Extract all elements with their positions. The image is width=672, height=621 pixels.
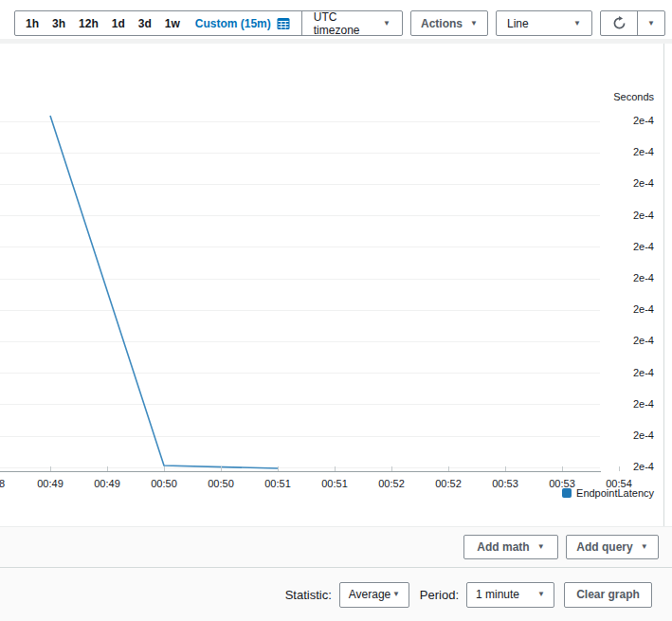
x-tick-mark <box>278 466 279 471</box>
actions-label: Actions <box>421 17 463 30</box>
x-tick-label: 00:50 <box>151 478 177 489</box>
actions-button[interactable]: Actions ▼ <box>410 10 488 36</box>
legend-series-label: EndpointLatency <box>576 487 654 499</box>
x-tick-label: 8 <box>0 478 5 489</box>
x-tick-mark <box>448 466 449 471</box>
chevron-down-icon: ▼ <box>537 591 545 598</box>
series-line-EndpointLatency <box>50 116 278 468</box>
custom-range-button[interactable]: Custom (15m) <box>187 11 296 35</box>
legend-color-swatch <box>562 488 572 498</box>
refresh-icon <box>611 15 627 31</box>
x-tick-label: 00:52 <box>435 478 462 489</box>
time-range-button-1w[interactable]: 1w <box>158 11 187 35</box>
metric-graph-panel: 1h3h12h1d3d1w Custom (15m) UTC timezone … <box>0 0 672 621</box>
add-query-button[interactable]: Add query ▼ <box>566 535 659 559</box>
refresh-options-button[interactable]: ▼ <box>637 11 664 35</box>
metric-line-chart[interactable] <box>0 44 663 526</box>
add-math-label: Add math <box>477 540 529 554</box>
chart-toolbar: 1h3h12h1d3d1w Custom (15m) UTC timezone … <box>14 10 665 36</box>
time-range-button-3h[interactable]: 3h <box>45 11 72 35</box>
chevron-down-icon: ▼ <box>641 543 648 551</box>
time-range-group: 1h3h12h1d3d1w Custom (15m) UTC timezone … <box>14 10 403 36</box>
time-range-button-3d[interactable]: 3d <box>132 11 158 35</box>
chevron-down-icon: ▼ <box>392 591 400 598</box>
time-range-button-1h[interactable]: 1h <box>19 11 45 35</box>
period-value: 1 minute <box>476 588 519 601</box>
period-select[interactable]: 1 minute ▼ <box>466 582 554 608</box>
time-range-button-12h[interactable]: 12h <box>72 11 105 35</box>
clear-graph-label: Clear graph <box>576 588 640 601</box>
x-tick-label: 00:51 <box>264 478 291 489</box>
x-tick-label: 00:49 <box>37 478 64 489</box>
query-actions-bar: Add math ▼ Add query ▼ <box>0 526 672 567</box>
chart-legend[interactable]: EndpointLatency <box>562 487 654 499</box>
chart-type-value: Line <box>507 17 529 30</box>
custom-range-label: Custom (15m) <box>195 17 271 30</box>
chevron-down-icon: ▼ <box>470 20 478 27</box>
chevron-down-icon: ▼ <box>383 20 390 27</box>
x-tick-mark <box>221 466 222 471</box>
x-tick-mark <box>107 466 108 471</box>
statistic-period-bar: Statistic: Average ▼ Period: 1 minute ▼ … <box>0 568 672 621</box>
chevron-down-icon: ▼ <box>537 543 545 551</box>
calendar-icon <box>277 17 290 30</box>
x-tick-mark <box>335 466 336 471</box>
statistic-value: Average <box>349 588 390 601</box>
add-query-label: Add query <box>576 540 632 554</box>
x-tick-mark <box>164 466 165 471</box>
x-tick-mark <box>562 466 563 471</box>
statistic-label: Statistic: <box>285 588 332 602</box>
x-tick-label: 00:53 <box>492 478 518 489</box>
x-tick-mark <box>619 466 620 471</box>
clear-graph-button[interactable]: Clear graph <box>564 582 652 608</box>
chevron-down-icon: ▼ <box>647 20 655 27</box>
timezone-dropdown[interactable]: UTC timezone ▼ <box>302 11 402 35</box>
period-label: Period: <box>420 588 459 602</box>
timezone-value: UTC timezone <box>314 10 383 37</box>
x-tick-label: 00:51 <box>321 478 348 489</box>
x-tick-label: 00:49 <box>94 478 120 489</box>
x-tick-mark <box>505 466 506 471</box>
x-axis-line <box>0 471 601 472</box>
chevron-down-icon: ▼ <box>573 20 581 27</box>
chart-type-select[interactable]: Line ▼ <box>496 10 592 36</box>
x-tick-mark <box>50 466 51 471</box>
x-tick-mark <box>391 466 392 471</box>
x-tick-label: 00:52 <box>378 478 405 489</box>
refresh-button-group: ▼ <box>600 10 665 36</box>
refresh-button[interactable] <box>601 11 637 35</box>
add-math-button[interactable]: Add math ▼ <box>463 535 558 559</box>
time-range-button-1d[interactable]: 1d <box>105 11 132 35</box>
statistic-select[interactable]: Average ▼ <box>339 582 409 608</box>
x-tick-label: 00:50 <box>208 478 234 489</box>
